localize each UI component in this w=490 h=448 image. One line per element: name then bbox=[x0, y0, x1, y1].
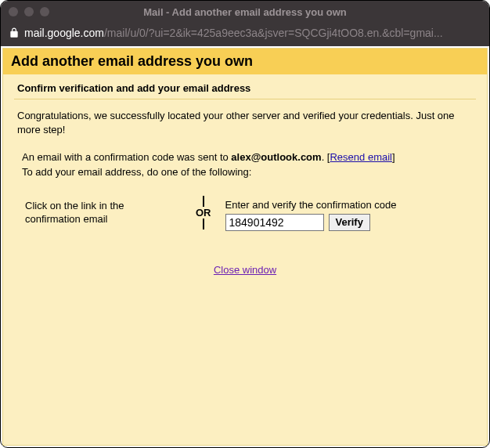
option-left: Click on the link in the confirmation em… bbox=[25, 199, 189, 226]
confirm-dot: . bbox=[322, 151, 327, 163]
lock-icon bbox=[9, 27, 20, 38]
browser-window: Mail - Add another email address you own… bbox=[0, 0, 490, 448]
close-row: Close window bbox=[3, 239, 487, 276]
verify-row: Verify bbox=[225, 214, 469, 231]
url-text: mail.google.com/mail/u/0/?ui=2&ik=425a9e… bbox=[24, 27, 443, 39]
confirm-prefix: An email with a confirmation code was se… bbox=[22, 151, 231, 163]
subheading: Confirm verification and add your email … bbox=[3, 74, 487, 99]
or-bar-top bbox=[203, 196, 204, 207]
url-path: /mail/u/0/?ui=2&ik=425a9eec3a&jsver=SQCG… bbox=[104, 27, 443, 39]
close-window-link[interactable]: Close window bbox=[214, 264, 276, 276]
window-title: Mail - Add another email address you own bbox=[1, 6, 489, 18]
right-option-label: Enter and verify the confirmation code bbox=[225, 199, 469, 211]
options-row: Click on the link in the confirmation em… bbox=[3, 183, 487, 239]
page-title: Add another email address you own bbox=[3, 49, 487, 74]
address-bar[interactable]: mail.google.com/mail/u/0/?ui=2&ik=425a9e… bbox=[1, 23, 489, 46]
confirmation-block: An email with a confirmation code was se… bbox=[3, 143, 487, 183]
window-titlebar: Mail - Add another email address you own bbox=[1, 1, 489, 23]
confirmation-code-input[interactable] bbox=[225, 214, 324, 231]
instructions-line2: To add your email address, do one of the… bbox=[22, 166, 251, 178]
confirm-email: alex@outlook.com bbox=[231, 151, 321, 163]
or-bar-bottom bbox=[203, 219, 204, 229]
url-domain: mail.google.com bbox=[24, 27, 104, 39]
option-right: Enter and verify the confirmation code V… bbox=[218, 199, 469, 231]
verify-button[interactable]: Verify bbox=[329, 214, 370, 231]
resend-email-link[interactable]: Resend email bbox=[330, 151, 392, 163]
or-separator: OR bbox=[189, 196, 218, 229]
congrats-text: Congratulations, we successfully located… bbox=[3, 99, 487, 143]
page-content: Add another email address you own Confir… bbox=[2, 48, 488, 446]
or-label: OR bbox=[196, 207, 211, 219]
